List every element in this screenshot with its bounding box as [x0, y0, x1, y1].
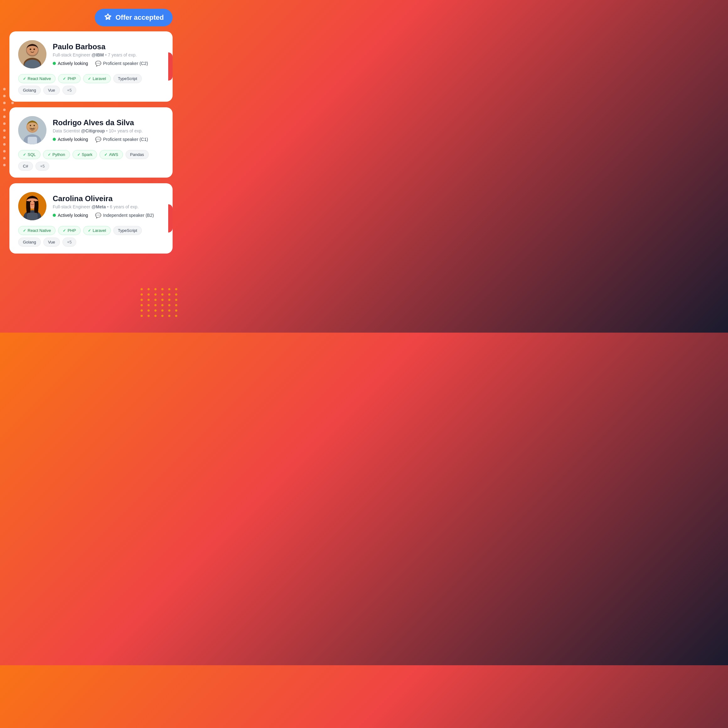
skill-more-carolina: +5: [63, 237, 76, 247]
svg-point-11: [30, 125, 31, 126]
svg-point-4: [30, 49, 31, 50]
avatar-image-rodrigo: [18, 116, 46, 144]
skill-rn-carolina: ✓React Native: [18, 226, 55, 235]
status-dot-carolina: [53, 214, 56, 217]
status-actively-looking-rodrigo: Actively looking: [53, 137, 88, 142]
avatar-image-paulo: [18, 40, 46, 69]
skill-php: ✓PHP: [58, 74, 81, 83]
verified-badge-icon: [104, 13, 112, 22]
avatar-rodrigo: [18, 116, 46, 144]
speaker-icon-rodrigo: 💬: [95, 136, 101, 142]
svg-rect-13: [28, 137, 37, 144]
skill-aws: ✓AWS: [99, 150, 123, 159]
status-dot-paulo: [53, 62, 56, 65]
skill-csharp: C#: [18, 162, 33, 171]
skill-more-rodrigo: +5: [35, 162, 50, 171]
candidate-cards: Paulo Barbosa Full-stack Engineer @IBM •…: [9, 31, 173, 254]
card-info-paulo: Paulo Barbosa Full-stack Engineer @IBM •…: [53, 42, 164, 67]
card-meta-carolina: Actively looking 💬 Independent speaker (…: [53, 213, 164, 219]
skill-react-native: ✓React Native: [18, 74, 55, 83]
accent-bar: [168, 52, 173, 81]
svg-rect-20: [27, 213, 38, 220]
card-meta-paulo: Actively looking 💬 Proficient speaker (C…: [53, 61, 164, 67]
skill-ts-carolina: TypeScript: [113, 226, 142, 235]
skills-carolina: ✓React Native ✓PHP ✓Laravel TypeScript G…: [18, 226, 164, 247]
speaker-level-paulo: 💬 Proficient speaker (C2): [95, 61, 148, 67]
skill-golang-carolina: Golang: [18, 237, 41, 247]
candidate-role-rodrigo: Data Scientist @Citigroup • 10+ years of…: [53, 128, 164, 133]
skill-php-carolina: ✓PHP: [58, 226, 81, 235]
offer-accepted-badge: Offer accepted: [95, 9, 173, 26]
skill-golang: Golang: [18, 86, 41, 95]
skill-laravel-carolina: ✓Laravel: [83, 226, 111, 235]
svg-point-5: [34, 49, 35, 50]
card-header-paulo: Paulo Barbosa Full-stack Engineer @IBM •…: [18, 40, 164, 69]
card-meta-rodrigo: Actively looking 💬 Proficient speaker (C…: [53, 136, 164, 142]
svg-point-12: [34, 125, 35, 126]
skill-laravel: ✓Laravel: [83, 74, 111, 83]
skills-paulo: ✓React Native ✓PHP ✓Laravel TypeScript G…: [18, 74, 164, 95]
skill-more: +5: [63, 86, 76, 95]
candidate-card-rodrigo[interactable]: Rodrigo Alves da Silva Data Scientist @C…: [9, 107, 173, 177]
accent-bar-carolina: [168, 204, 173, 232]
offer-badge-label: Offer accepted: [115, 14, 164, 21]
candidate-role-carolina: Full-stack Engineer @Meta • 6 years of e…: [53, 204, 164, 209]
skill-sql: ✓SQL: [18, 150, 40, 159]
card-info-carolina: Carolina Oliveira Full-stack Engineer @M…: [53, 194, 164, 219]
skills-rodrigo: ✓SQL ✓Python ✓Spark ✓AWS Pandas C# +5: [18, 150, 164, 171]
avatar-carolina: [18, 192, 46, 220]
card-header-carolina: Carolina Oliveira Full-stack Engineer @M…: [18, 192, 164, 220]
speaker-icon-carolina: 💬: [95, 213, 101, 219]
status-actively-looking-paulo: Actively looking: [53, 61, 88, 66]
avatar-paulo: [18, 40, 46, 69]
speaker-icon-paulo: 💬: [95, 61, 101, 67]
candidate-card-paulo[interactable]: Paulo Barbosa Full-stack Engineer @IBM •…: [9, 31, 173, 102]
skill-python: ✓Python: [43, 150, 70, 159]
candidate-name-rodrigo: Rodrigo Alves da Silva: [53, 118, 164, 127]
candidate-name-carolina: Carolina Oliveira: [53, 194, 164, 203]
avatar-image-carolina: [18, 192, 46, 220]
card-info-rodrigo: Rodrigo Alves da Silva Data Scientist @C…: [53, 118, 164, 142]
status-actively-looking-carolina: Actively looking: [53, 213, 88, 218]
candidate-role-paulo: Full-stack Engineer @IBM • 7 years of ex…: [53, 52, 164, 57]
speaker-level-carolina: 💬 Independent speaker (B2): [95, 213, 154, 219]
status-dot-rodrigo: [53, 138, 56, 141]
skill-typescript: TypeScript: [113, 74, 142, 83]
candidate-name-paulo: Paulo Barbosa: [53, 42, 164, 51]
decoration-dots-right: [141, 288, 179, 317]
speaker-level-rodrigo: 💬 Proficient speaker (C1): [95, 136, 148, 142]
skill-vue: Vue: [43, 86, 60, 95]
skill-pandas: Pandas: [125, 150, 149, 159]
skill-vue-carolina: Vue: [43, 237, 60, 247]
skill-spark: ✓Spark: [72, 150, 97, 159]
card-header-rodrigo: Rodrigo Alves da Silva Data Scientist @C…: [18, 116, 164, 144]
candidate-card-carolina[interactable]: Carolina Oliveira Full-stack Engineer @M…: [9, 183, 173, 254]
